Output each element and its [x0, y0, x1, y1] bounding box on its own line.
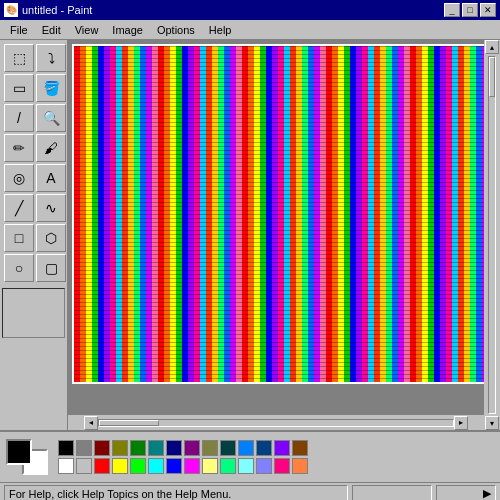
color-swatch-row1-13[interactable] [292, 440, 308, 456]
color-palette [58, 440, 308, 474]
color-swatch-row2-7[interactable] [184, 458, 200, 474]
canvas-wrapper [72, 44, 480, 410]
main-area: ⬚⤵▭🪣/🔍✏🖌◎A╱∿□⬡○▢ ◂ ▸ ▴ [0, 40, 500, 430]
tool-select-free[interactable]: ⤵ [36, 44, 66, 72]
color-swatch-row2-10[interactable] [238, 458, 254, 474]
v-scroll-up[interactable]: ▴ [485, 40, 499, 54]
canvas-container: ◂ ▸ [68, 40, 484, 430]
v-scroll-track[interactable] [488, 56, 496, 414]
tool-rounded-rect[interactable]: ▢ [36, 254, 66, 282]
title-left: 🎨 untitled - Paint [4, 3, 92, 17]
canvas-scroll-area[interactable] [68, 40, 484, 414]
color-swatch-row2-13[interactable] [292, 458, 308, 474]
color-swatch-row2-2[interactable] [94, 458, 110, 474]
color-swatch-row1-6[interactable] [166, 440, 182, 456]
menu-item-image[interactable]: Image [106, 23, 149, 37]
v-scroll-down[interactable]: ▾ [485, 416, 499, 430]
maximize-button[interactable]: □ [462, 3, 478, 17]
palette-row-2 [58, 458, 308, 474]
tool-airbrush[interactable]: ◎ [4, 164, 34, 192]
color-swatch-row2-11[interactable] [256, 458, 272, 474]
color-swatch-row2-6[interactable] [166, 458, 182, 474]
canvas-content [74, 46, 484, 382]
color-swatch-row1-3[interactable] [112, 440, 128, 456]
color-swatch-row1-9[interactable] [220, 440, 236, 456]
title-controls: _ □ ✕ [444, 3, 496, 17]
tool-brush[interactable]: 🖌 [36, 134, 66, 162]
tool-select-rect[interactable]: ⬚ [4, 44, 34, 72]
color-swatch-row2-1[interactable] [76, 458, 92, 474]
color-swatch-row2-9[interactable] [220, 458, 236, 474]
h-scroll-track[interactable] [98, 419, 454, 427]
palette-row-1 [58, 440, 308, 456]
status-coords [352, 485, 432, 501]
h-scrollbar: ◂ ▸ [68, 414, 484, 430]
color-swatch-row1-7[interactable] [184, 440, 200, 456]
menu-item-options[interactable]: Options [151, 23, 201, 37]
h-scroll-right[interactable]: ▸ [454, 416, 468, 430]
color-swatch-row1-2[interactable] [94, 440, 110, 456]
tool-eraser[interactable]: ▭ [4, 74, 34, 102]
menu-item-file[interactable]: File [4, 23, 34, 37]
tool-text[interactable]: A [36, 164, 66, 192]
color-swatch-row2-12[interactable] [274, 458, 290, 474]
color-swatch-row2-5[interactable] [148, 458, 164, 474]
h-scroll-thumb[interactable] [99, 420, 159, 426]
menu-item-edit[interactable]: Edit [36, 23, 67, 37]
menu-item-view[interactable]: View [69, 23, 105, 37]
nav-arrow[interactable]: ▶ [483, 487, 491, 500]
color-swatch-row1-1[interactable] [76, 440, 92, 456]
v-scroll-thumb[interactable] [489, 57, 495, 97]
color-swatch-row2-4[interactable] [130, 458, 146, 474]
tool-fill[interactable]: 🪣 [36, 74, 66, 102]
tool-grid: ⬚⤵▭🪣/🔍✏🖌◎A╱∿□⬡○▢ [2, 42, 65, 284]
color-swatch-row2-8[interactable] [202, 458, 218, 474]
color-swatch-row1-8[interactable] [202, 440, 218, 456]
v-scrollbar: ▴ ▾ [484, 40, 500, 430]
color-swatch-row1-4[interactable] [130, 440, 146, 456]
menu-bar: FileEditViewImageOptionsHelp [0, 20, 500, 40]
h-scroll-left[interactable]: ◂ [84, 416, 98, 430]
minimize-button[interactable]: _ [444, 3, 460, 17]
color-swatch-row1-5[interactable] [148, 440, 164, 456]
foreground-color-swatch[interactable] [6, 439, 32, 465]
status-text: For Help, click Help Topics on the Help … [4, 485, 348, 501]
tool-ellipse[interactable]: ○ [4, 254, 34, 282]
status-nav: ▶ [436, 485, 496, 501]
paint-canvas[interactable] [72, 44, 484, 384]
tool-curve[interactable]: ∿ [36, 194, 66, 222]
tool-magnify[interactable]: 🔍 [36, 104, 66, 132]
tool-pencil[interactable]: ✏ [4, 134, 34, 162]
menu-item-help[interactable]: Help [203, 23, 238, 37]
current-colors [6, 439, 48, 475]
tool-options [2, 288, 65, 338]
color-swatch-row1-12[interactable] [274, 440, 290, 456]
toolbar: ⬚⤵▭🪣/🔍✏🖌◎A╱∿□⬡○▢ [0, 40, 68, 430]
color-swatch-row1-11[interactable] [256, 440, 272, 456]
close-button[interactable]: ✕ [480, 3, 496, 17]
tool-eyedropper[interactable]: / [4, 104, 34, 132]
color-swatch-row2-0[interactable] [58, 458, 74, 474]
color-swatch-row1-0[interactable] [58, 440, 74, 456]
app-icon: 🎨 [4, 3, 18, 17]
window-title: untitled - Paint [22, 4, 92, 16]
canvas-and-scroll: ◂ ▸ ▴ ▾ [68, 40, 500, 430]
tool-line[interactable]: ╱ [4, 194, 34, 222]
color-swatch-row2-3[interactable] [112, 458, 128, 474]
status-bar: For Help, click Help Topics on the Help … [0, 482, 500, 500]
title-bar: 🎨 untitled - Paint _ □ ✕ [0, 0, 500, 20]
color-swatch-row1-10[interactable] [238, 440, 254, 456]
tool-rectangle[interactable]: □ [4, 224, 34, 252]
color-palette-area [0, 430, 500, 482]
tool-polygon[interactable]: ⬡ [36, 224, 66, 252]
